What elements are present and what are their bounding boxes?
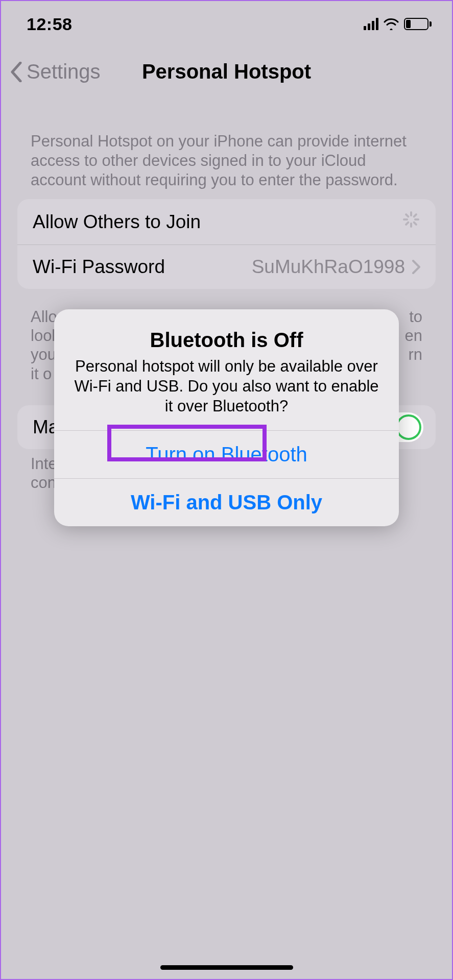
loading-spinner-icon (402, 210, 420, 233)
svg-line-1 (414, 214, 416, 216)
alert-title: Bluetooth is Off (69, 329, 384, 352)
cellular-signal-icon (364, 18, 378, 30)
wifi-password-row[interactable]: Wi-Fi Password SuMuKhRaO1998 (17, 244, 436, 289)
alert-body: Bluetooth is Off Personal hotspot will o… (54, 309, 399, 430)
home-indicator[interactable] (160, 965, 293, 970)
turn-on-bluetooth-button[interactable]: Turn on Bluetooth (54, 430, 399, 478)
svg-line-3 (414, 223, 416, 225)
nav-bar: Settings Personal Hotspot (1, 56, 452, 97)
status-icons (364, 18, 432, 30)
status-bar: 12:58 (1, 1, 452, 47)
row-label: Wi-Fi Password (33, 256, 165, 278)
wifi-password-value: SuMuKhRaO1998 (252, 256, 405, 278)
wifi-icon (384, 18, 399, 30)
battery-icon (404, 18, 432, 30)
page-title: Personal Hotspot (1, 60, 452, 83)
allow-others-row[interactable]: Allow Others to Join (17, 199, 436, 244)
wifi-usb-only-button[interactable]: Wi-Fi and USB Only (54, 478, 399, 526)
section-description: Personal Hotspot on your iPhone can prov… (31, 132, 422, 189)
toggle-knob (396, 414, 421, 440)
bluetooth-alert: Bluetooth is Off Personal hotspot will o… (54, 309, 399, 526)
row-label: Allow Others to Join (33, 211, 201, 233)
svg-line-5 (406, 223, 408, 225)
svg-line-7 (406, 214, 408, 216)
alert-message: Personal hotspot will only be available … (69, 357, 384, 416)
settings-group: Allow Others to Join Wi-Fi Password SuMu… (17, 199, 436, 289)
row-trail: SuMuKhRaO1998 (252, 256, 420, 278)
chevron-right-icon (412, 260, 420, 274)
status-time: 12:58 (27, 14, 72, 34)
